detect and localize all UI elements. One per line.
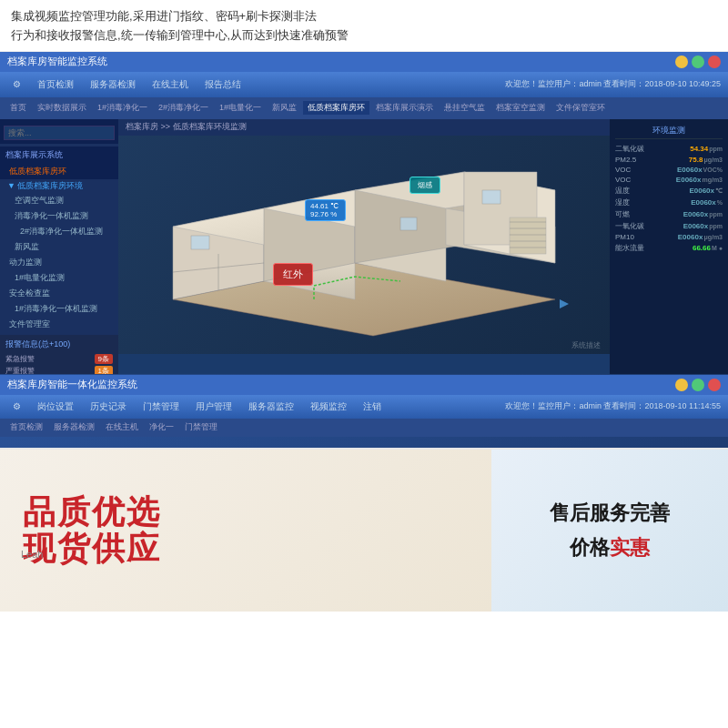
sidebar-item-air-mon[interactable]: 空调空气监测 [0,193,118,208]
maximize-btn-2[interactable] [692,379,704,391]
svg-rect-17 [510,217,546,254]
svg-marker-23 [560,299,569,308]
nav-bar-2: ⚙ 岗位设置 历史记录 门禁管理 用户管理 服务器监控 视频监控 注销 欢迎您！… [0,395,728,419]
env-pm25-label: PM2.5 [615,156,636,164]
sidebar-item-electricity[interactable]: 1#电量化监测 [0,270,118,286]
sub-nav-air[interactable]: 悬挂空气监 [440,101,490,115]
sub-nav-wind[interactable]: 新风监 [268,101,301,115]
svg-rect-14 [191,236,209,249]
sensor-ir-label: 红外 [283,268,303,279]
maximize-btn[interactable] [692,56,704,68]
top-description: 集成视频监控管理功能,采用进门指纹、密码+刷卡探测非法 行为和接收报警信息,统一… [0,0,728,52]
nav2-logout[interactable]: 注销 [358,399,387,415]
window-title-1: 档案库房智能监控系统 [7,55,107,68]
env-voc1-label: VOC [615,166,631,174]
close-btn-2[interactable] [708,379,721,391]
sub-nav-demo[interactable]: 档案库展示演示 [371,101,438,115]
nav2-gear[interactable]: ⚙ [7,399,26,413]
window-title-2: 档案库房智能一体化监控系统 [7,378,137,391]
env-voc2-value: E0060xmg/m3 [676,176,723,184]
nav-right-info: 欢迎您！监控用户：admin 查看时间：2018-09-10 10:49:25 [505,78,721,90]
sub-nav-archive-active[interactable]: 低质档案库房环 [303,101,369,115]
window-chrome-1: 档案库房智能监控系统 [0,52,728,72]
nav2-settings[interactable]: 岗位设置 [32,399,79,415]
sub-nav-1f[interactable]: 1#消毒净化一 [93,101,152,115]
env-flammable-value: E0060xppm [683,210,723,218]
minimize-btn[interactable] [675,56,688,68]
sub-nav2-home[interactable]: 首页检测 [5,420,47,434]
promo-service: 售后服务完善 [550,500,670,527]
env-pm10-row: PM10 E0060xμg/m3 [615,232,723,242]
sub-nav-file[interactable]: 文件保管室环 [551,101,610,115]
sidebar-item-1f-purify[interactable]: 1#消毒净化一体机监测 [0,301,118,317]
env-flammable-unit: ppm [709,211,723,217]
ui-screenshot-2: 档案库房智能一体化监控系统 ⚙ 岗位设置 历史记录 门禁管理 用户管理 服务器监… [0,375,728,448]
sidebar-item-security[interactable]: 安全检查监 [0,286,118,301]
env-flammable-row: 可燃 E0060xppm [615,208,723,220]
sidebar-item-fresh-air[interactable]: 新风监 [0,239,118,255]
svg-rect-15 [400,217,417,230]
promo-price: 价格实惠 [570,534,650,561]
nav-tab-server[interactable]: 服务器检测 [85,76,141,93]
nav-tab-online[interactable]: 在线主机 [147,76,194,93]
nav-item-gear[interactable]: ⚙ [7,77,26,91]
nav2-server[interactable]: 服务器监控 [243,399,299,415]
leah-label: Leah [21,549,43,560]
sidebar-item-2f-disinfect[interactable]: 2#消毒净化一体机监测 [0,224,118,239]
sub-nav-power[interactable]: 1#电量化一 [215,101,266,115]
sidebar-item-power[interactable]: 动力监测 [0,255,118,270]
window-chrome-2: 档案库房智能一体化监控系统 [0,375,728,395]
minimize-btn-2[interactable] [675,379,688,391]
sub-nav-realtime[interactable]: 实时数据展示 [33,101,91,115]
env-flow-value: 66.66M ● [693,244,723,252]
sub-nav-home[interactable]: 首页 [5,101,31,115]
env-pm25-row: PM2.5 75.8μg/m3 [615,155,723,165]
nav-tab-report[interactable]: 报告总结 [199,76,247,93]
env-panel-header: 环境监测 [615,125,723,139]
main-content-1: 档案库展示系统 低质档案库房环 ▼ 低质档案库房环境 空调空气监测 消毒净化一体… [0,119,728,374]
sub-nav2-purify[interactable]: 净化一 [145,420,178,434]
env-co-value: E0060xppm [683,222,723,230]
sidebar-search[interactable] [4,126,115,140]
sensor-infrared[interactable]: 红外 [273,263,313,286]
env-temp-row: 温度 E0060x℃ [615,185,723,197]
env-pm10-unit: μg/m3 [703,234,723,240]
sub-nav-2f[interactable]: 2#消毒净化一 [154,101,213,115]
nav-tab-home[interactable]: 首页检测 [32,76,79,93]
env-voc2-row: VOC E0060xmg/m3 [615,175,723,185]
sub-nav2-door-mgmt[interactable]: 门禁管理 [180,420,222,434]
nav2-right-info: 欢迎您！监控用户：admin 查看时间：2018-09-10 11:14:55 [505,400,721,412]
env-humidity-row: 湿度 E0060x% [615,197,723,208]
alarm-section: 报警信息(总+100) 紧急报警 9条 严重报警 1条 主要报警 23条 次要报… [0,335,118,374]
alarm-badge-urgent: 9条 [95,354,113,364]
nav2-user[interactable]: 用户管理 [190,399,238,415]
env-humidity-label: 湿度 [615,197,630,207]
sidebar-1: 档案库展示系统 低质档案库房环 ▼ 低质档案库房环境 空调空气监测 消毒净化一体… [0,119,118,374]
sensor-smoke-label: 烟感 [418,181,432,189]
bottom-label: 系统描述 [571,340,601,350]
nav2-door[interactable]: 门禁管理 [137,399,185,415]
sidebar-item-archive-env[interactable]: 低质档案库房环 [0,164,118,179]
ui-screenshot-1: 档案库房智能监控系统 ⚙ 首页检测 服务器检测 在线主机 报告总结 欢迎您！监控… [0,52,728,375]
sensor-temp-humidity[interactable]: 44.61 ℃ 92.76 % [305,199,346,221]
env-humidity-value: E0060x% [691,198,723,207]
env-voc2-label: VOC [615,176,631,184]
sidebar-item-file-mgmt[interactable]: 文件管理室 [0,317,118,332]
sidebar-section-1: 档案库展示系统 低质档案库房环 ▼ 低质档案库房环境 空调空气监测 消毒净化一体… [0,144,118,335]
alarm-label-urgent: 紧急报警 [5,354,35,364]
env-pm25-unit: μg/m3 [703,157,723,163]
sub-nav-room[interactable]: 档案室空监测 [491,101,550,115]
close-btn[interactable] [708,56,721,68]
sidebar-item-disinfect[interactable]: 消毒净化一体机监测 [0,208,118,224]
nav2-history[interactable]: 历史记录 [85,399,132,415]
sub-nav2-server[interactable]: 服务器检测 [49,420,99,434]
env-co-row: 一氧化碳 E0060xppm [615,220,723,232]
breadcrumb-text: 档案库房 >> 低质档案库环境监测 [126,121,247,133]
sensor-value-temp: 44.61 ℃ [310,202,340,210]
sub-nav-2: 首页检测 服务器检测 在线主机 净化一 门禁管理 [0,419,728,437]
env-voc1-value: E0060xVOC% [677,166,723,174]
sensor-smoke[interactable]: 烟感 [410,177,440,194]
breadcrumb-bar: 档案库房 >> 低质档案库环境监测 [118,119,610,136]
nav2-video[interactable]: 视频监控 [305,399,352,415]
sub-nav2-online[interactable]: 在线主机 [101,420,143,434]
